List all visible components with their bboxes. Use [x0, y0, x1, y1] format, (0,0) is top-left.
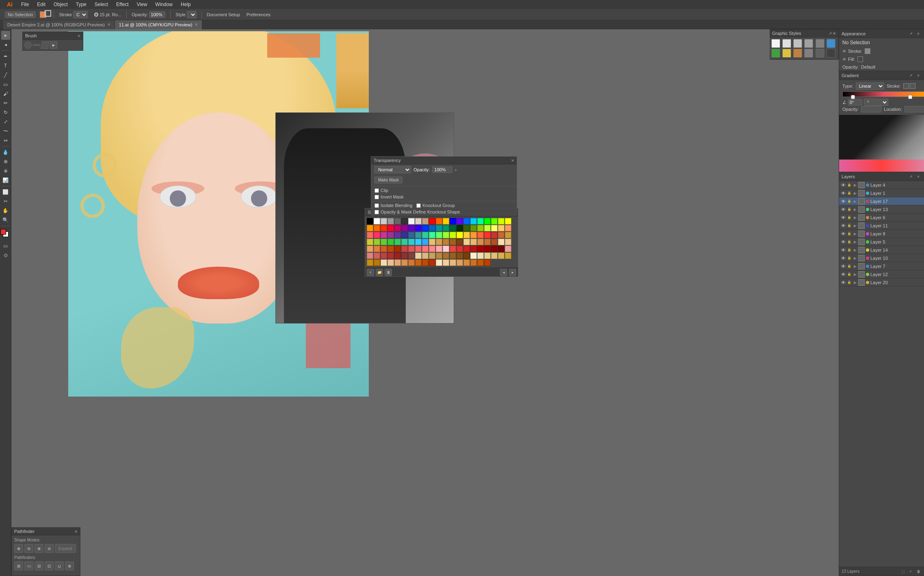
tool-select[interactable]: ▸ — [1, 31, 10, 40]
pathfinder-close[interactable]: ✕ — [74, 529, 78, 534]
stroke-visibility[interactable]: 👁 — [842, 49, 846, 54]
swatches-next-btn[interactable]: ▸ — [509, 269, 516, 276]
swatch-20[interactable] — [505, 218, 511, 224]
knockout-group-checkbox[interactable] — [416, 203, 421, 208]
swatch-88[interactable] — [394, 246, 401, 252]
swatch-7[interactable] — [415, 218, 422, 224]
swatch-26[interactable] — [401, 225, 408, 231]
stroke-color-box[interactable] — [45, 10, 51, 17]
gradient-type-select[interactable]: Linear Radial — [856, 82, 884, 90]
unite-btn[interactable]: ⊕ — [14, 544, 23, 553]
swatch-120[interactable] — [470, 252, 477, 259]
swatch-113[interactable] — [422, 252, 428, 259]
layer-item-10[interactable]: 👁 🔒 ▶ Layer 7 — [839, 262, 924, 270]
gs-swatch-0[interactable] — [771, 39, 780, 48]
minus-front-btn[interactable]: ⊖ — [24, 544, 33, 553]
layer-vis-6[interactable]: 👁 — [841, 231, 846, 236]
tool-zoom[interactable]: 🔍 — [1, 216, 10, 224]
tool-warp[interactable]: 〜 — [1, 127, 10, 136]
swatch-128[interactable] — [381, 259, 387, 266]
tool-direct-select[interactable]: ◂ — [1, 40, 10, 49]
layer-item-4[interactable]: 👁 🔒 ▶ Layer 6 — [839, 214, 924, 222]
swatch-130[interactable] — [394, 259, 401, 266]
layer-expand-2[interactable]: ▶ — [853, 199, 857, 203]
layer-expand-10[interactable]: ▶ — [853, 264, 857, 268]
swatch-126[interactable] — [367, 259, 373, 266]
crop-btn[interactable]: ⊡ — [45, 561, 54, 570]
swatch-142[interactable] — [477, 259, 484, 266]
layer-lock-7[interactable]: 🔒 — [847, 239, 852, 244]
layer-lock-12[interactable]: 🔒 — [847, 280, 852, 285]
swatch-111[interactable] — [408, 252, 415, 259]
gs-swatch-3[interactable] — [804, 39, 813, 48]
layer-lock-0[interactable]: 🔒 — [847, 183, 852, 188]
tool-rect[interactable]: ▭ — [1, 80, 10, 89]
layer-vis-8[interactable]: 👁 — [841, 248, 846, 252]
tool-width[interactable]: ⇔ — [1, 136, 10, 145]
fill-stroke-selector[interactable] — [40, 11, 51, 18]
opacity-define-checkbox[interactable] — [374, 210, 379, 214]
gs-expand-btn[interactable]: ↗ — [829, 31, 832, 36]
swatch-3[interactable] — [387, 218, 394, 224]
swatch-89[interactable] — [401, 246, 408, 252]
swatch-84[interactable] — [367, 246, 373, 252]
swatch-78[interactable] — [470, 239, 477, 245]
appearance-menu-btn[interactable]: ≡ — [915, 30, 922, 37]
swatch-86[interactable] — [381, 246, 387, 252]
layer-lock-4[interactable]: 🔒 — [847, 215, 852, 220]
gradient-stroke-btn-2[interactable] — [910, 83, 915, 89]
swatch-59[interactable] — [484, 232, 491, 238]
swatch-124[interactable] — [498, 252, 504, 259]
make-mask-btn[interactable]: Make Mask — [374, 177, 402, 183]
swatch-61[interactable] — [498, 232, 504, 238]
tool-line[interactable]: ╱ — [1, 71, 10, 80]
tab-close-1[interactable]: ✕ — [195, 22, 198, 27]
swatch-134[interactable] — [422, 259, 428, 266]
layer-expand-5[interactable]: ▶ — [853, 224, 857, 228]
divide-btn[interactable]: ⊞ — [14, 561, 23, 570]
gs-swatch-10[interactable] — [816, 49, 824, 58]
swatch-131[interactable] — [401, 259, 408, 266]
swatch-105[interactable] — [367, 252, 373, 259]
layer-delete-btn[interactable]: 🗑 — [915, 568, 922, 575]
swatch-64[interactable] — [374, 239, 380, 245]
brush-round[interactable] — [24, 41, 32, 49]
swatch-110[interactable] — [401, 252, 408, 259]
swatch-53[interactable] — [443, 232, 449, 238]
layer-expand-3[interactable]: ▶ — [853, 207, 857, 211]
swatch-106[interactable] — [374, 252, 380, 259]
swatch-18[interactable] — [491, 218, 498, 224]
gs-swatch-1[interactable] — [782, 39, 791, 48]
swatch-72[interactable] — [429, 239, 435, 245]
layer-expand-0[interactable]: ▶ — [853, 183, 857, 187]
menu-edit[interactable]: Edit — [34, 1, 49, 8]
layer-item-5[interactable]: 👁 🔒 ▶ Layer 11 — [839, 222, 924, 230]
brush-size-field[interactable]: 15 pt. Ro... — [92, 11, 124, 18]
tool-normal-mode[interactable]: ▭ — [1, 242, 10, 250]
layer-vis-2[interactable]: 👁 — [841, 199, 846, 204]
swatch-23[interactable] — [381, 225, 387, 231]
swatch-93[interactable] — [429, 246, 435, 252]
swatch-67[interactable] — [394, 239, 401, 245]
style-select[interactable] — [187, 11, 197, 18]
gradient-menu-btn[interactable]: ≡ — [915, 72, 922, 79]
menu-select[interactable]: Select — [91, 1, 111, 8]
swatch-107[interactable] — [381, 252, 387, 259]
menu-help[interactable]: Help — [177, 1, 194, 8]
swatch-104[interactable] — [505, 246, 511, 252]
swatch-2[interactable] — [381, 218, 387, 224]
swatches-delete-btn[interactable]: 🗑 — [385, 269, 392, 276]
swatch-51[interactable] — [429, 232, 435, 238]
swatch-39[interactable] — [491, 225, 498, 231]
swatch-24[interactable] — [387, 225, 394, 231]
document-setup-btn[interactable]: Document Setup — [204, 11, 242, 18]
swatch-12[interactable] — [450, 218, 456, 224]
swatch-45[interactable] — [387, 232, 394, 238]
layer-item-0[interactable]: 👁 🔒 ▶ Layer 4 — [839, 181, 924, 189]
layer-vis-0[interactable]: 👁 — [841, 183, 846, 188]
swatch-38[interactable] — [484, 225, 491, 231]
gradient-thumb-start[interactable] — [851, 95, 855, 99]
swatch-46[interactable] — [394, 232, 401, 238]
layer-vis-7[interactable]: 👁 — [841, 239, 846, 244]
swatch-60[interactable] — [491, 232, 498, 238]
